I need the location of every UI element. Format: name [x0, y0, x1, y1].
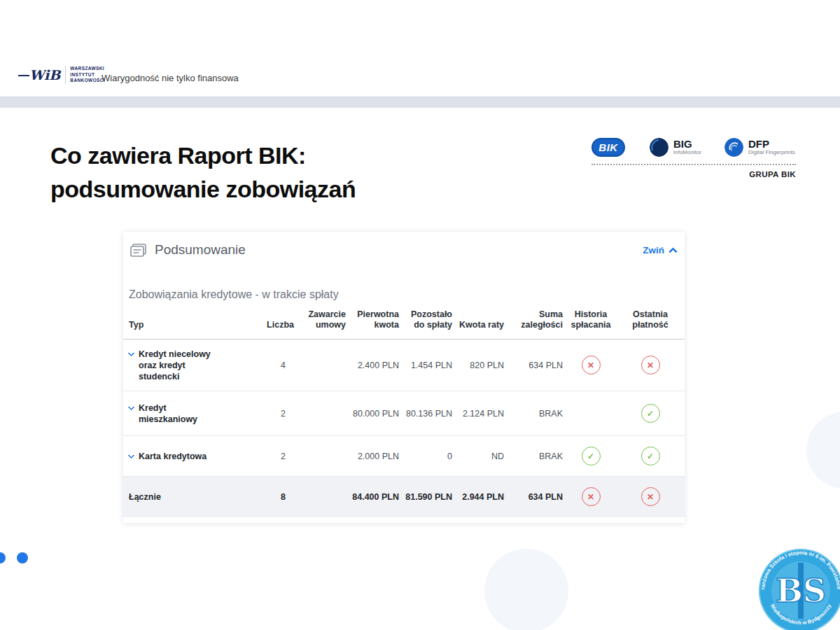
big-logo-name: BIG — [673, 139, 701, 149]
chevron-up-icon — [668, 247, 678, 256]
original-amount-cell: 80.000 PLN — [349, 391, 402, 436]
wib-logo: WiB WARSZAWSKI INSTYTUT BANKOWOŚCI — [20, 66, 105, 84]
table-header-row: Typ Liczba Zawarcie umowy Pierwotna kwot… — [123, 309, 685, 340]
grupa-bik-label: GRUPA BIK — [592, 170, 796, 178]
summary-card: Podsumowanie Zwiń Zobowiązania kredytowe… — [123, 232, 685, 523]
arrears-cell: BRAK — [507, 391, 566, 436]
column-header-liczba: Liczba — [260, 309, 297, 340]
original-amount-cell: 2.400 PLN — [349, 340, 402, 391]
pagination-dot[interactable] — [17, 552, 28, 564]
count-cell: 2 — [260, 436, 297, 477]
column-header-typ: Typ — [123, 309, 260, 340]
dfp-logo-name: DFP — [748, 139, 795, 149]
page-title: Co zawiera Raport BIK: podsumowanie zobo… — [50, 139, 356, 206]
chevron-down-icon[interactable] — [128, 451, 135, 458]
header-slogan: Wiarygodność nie tylko finansowa — [102, 73, 239, 83]
wib-logo-text: WARSZAWSKI INSTYTUT BANKOWOŚCI — [65, 66, 105, 84]
column-header-pierwotna-kwota: Pierwotna kwota — [349, 309, 402, 340]
stamp-center-text: BS — [776, 572, 826, 610]
partner-logos: BIK BIG InfoMonitor DFP Digital Fingerpr… — [592, 134, 796, 178]
dfp-logo: DFP Digital Fingerprints — [724, 138, 795, 157]
summary-card-header: Podsumowanie Zwiń — [123, 232, 685, 258]
payment-history-status-icon: ✕ — [582, 487, 601, 506]
credit-type-cell[interactable]: Karta kredytowa — [123, 436, 260, 477]
wib-logo-line: INSTYTUT — [70, 72, 105, 78]
divider-strip — [0, 97, 840, 108]
count-cell: 4 — [260, 340, 297, 391]
original-amount-cell: 2.000 PLN — [349, 436, 402, 477]
remaining-amount-cell: 80.136 PLN — [402, 391, 455, 436]
decorative-circle — [484, 549, 568, 630]
remaining-amount-cell: 0 — [402, 436, 455, 477]
column-header-kwota-raty: Kwota raty — [455, 309, 507, 340]
table-section-title: Zobowiązania kredytowe - w trakcie spłat… — [129, 288, 685, 301]
total-label-cell: Łącznie — [123, 477, 260, 517]
payment-history-status-icon: ✕ — [582, 356, 601, 374]
bik-logo: BIK — [592, 138, 625, 157]
original-amount-cell: 84.400 PLN — [349, 477, 402, 517]
column-header-zawarcie-umowy: Zawarcie umowy — [297, 309, 349, 340]
column-header-historia-splacania: Historia spłacania — [566, 309, 616, 340]
arrears-cell: 634 PLN — [507, 340, 566, 391]
collapse-button-label: Zwiń — [643, 245, 664, 255]
chevron-down-icon[interactable] — [128, 349, 135, 356]
credit-type-label: Karta kredytowa — [139, 451, 217, 462]
table-total-row: Łącznie 8 84.400 PLN 81.590 PLN 2.944 PL… — [123, 477, 685, 517]
agreement-date-cell — [297, 436, 349, 477]
agreement-date-cell — [297, 477, 349, 517]
school-stamp-logo: BS Branżowa Szkoła I stopnia nr 6 im. Po… — [757, 547, 840, 630]
chevron-down-icon[interactable] — [128, 403, 135, 410]
installment-cell: ND — [455, 436, 507, 477]
big-logo-sub: InfoMonitor — [673, 149, 701, 156]
last-payment-status-icon: ✓ — [641, 447, 660, 465]
pagination-dot[interactable] — [0, 552, 6, 564]
last-payment-status-icon: ✓ — [641, 404, 660, 423]
agreement-date-cell — [297, 391, 349, 436]
page-title-line1: Co zawiera Raport BIK: — [50, 139, 356, 172]
remaining-amount-cell: 1.454 PLN — [402, 340, 455, 391]
summary-card-title: Podsumowanie — [155, 242, 246, 258]
dfp-logo-icon — [724, 138, 743, 157]
collapse-button[interactable]: Zwiń — [643, 245, 676, 255]
count-cell: 2 — [260, 391, 297, 436]
remaining-amount-cell: 81.590 PLN — [402, 477, 455, 517]
table-row: Karta kredytowa 2 2.000 PLN 0 ND BRAK ✓ … — [123, 436, 685, 477]
wib-logo-line: WARSZAWSKI — [70, 66, 105, 72]
last-payment-status-icon: ✕ — [641, 356, 660, 374]
table-row: Kredyt niecelowy oraz kredyt studencki 4… — [123, 340, 685, 391]
dotted-separator — [592, 164, 796, 165]
dfp-logo-sub: Digital Fingerprints — [748, 149, 795, 156]
credit-type-label: Kredyt niecelowy oraz kredyt studencki — [139, 349, 217, 382]
payment-history-status-icon: ✓ — [582, 447, 601, 465]
installment-cell: 820 PLN — [455, 340, 507, 391]
page-title-line2: podsumowanie zobowiązań — [50, 172, 356, 206]
liabilities-table: Typ Liczba Zawarcie umowy Pierwotna kwot… — [123, 309, 685, 517]
decorative-circle — [806, 412, 840, 489]
column-header-ostatnia-platnosc: Ostatnia płatność — [616, 309, 685, 340]
last-payment-status-icon: ✕ — [641, 487, 660, 506]
agreement-date-cell — [297, 340, 349, 391]
wib-logo-mark: WiB — [20, 67, 60, 83]
installment-cell: 2.944 PLN — [455, 477, 507, 517]
table-row: Kredyt mieszkaniowy 2 80.000 PLN 80.136 … — [123, 391, 685, 436]
credit-type-cell[interactable]: Kredyt mieszkaniowy — [123, 391, 260, 436]
credit-type-cell[interactable]: Kredyt niecelowy oraz kredyt studencki — [123, 340, 260, 391]
column-header-pozostalo-do-splaty: Pozostało do spłaty — [402, 309, 455, 340]
credit-type-label: Kredyt mieszkaniowy — [139, 402, 217, 425]
summary-document-icon — [130, 244, 146, 257]
wib-logo-line: BANKOWOŚCI — [70, 78, 105, 84]
installment-cell: 2.124 PLN — [455, 391, 507, 436]
big-infomonitor-logo: BIG InfoMonitor — [650, 138, 701, 157]
column-header-suma-zaleglosci: Suma zaległości — [507, 309, 566, 340]
big-logo-icon — [650, 138, 668, 157]
arrears-cell: BRAK — [507, 436, 566, 477]
arrears-cell: 634 PLN — [507, 477, 566, 517]
count-cell: 8 — [260, 477, 297, 517]
